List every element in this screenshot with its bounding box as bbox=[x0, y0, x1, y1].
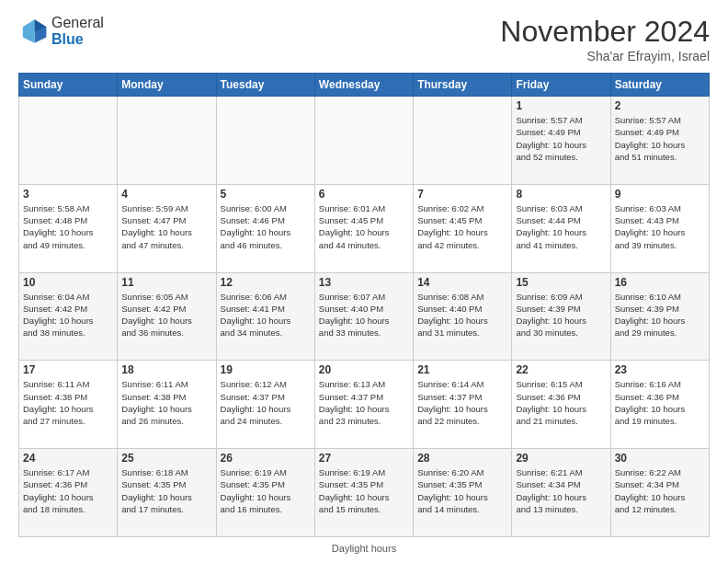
calendar-cell: 21Sunrise: 6:14 AM Sunset: 4:37 PM Dayli… bbox=[414, 361, 512, 449]
day-info: Sunrise: 6:17 AM Sunset: 4:36 PM Dayligh… bbox=[23, 466, 113, 515]
calendar-cell: 13Sunrise: 6:07 AM Sunset: 4:40 PM Dayli… bbox=[314, 272, 413, 361]
day-info: Sunrise: 6:11 AM Sunset: 4:38 PM Dayligh… bbox=[121, 378, 211, 427]
calendar-header-row: SundayMondayTuesdayWednesdayThursdayFrid… bbox=[19, 74, 710, 97]
page: General Blue November 2024 Sha'ar Efrayi… bbox=[0, 0, 728, 563]
day-number: 17 bbox=[23, 363, 113, 376]
calendar-header-sunday: Sunday bbox=[19, 74, 118, 97]
day-number: 5 bbox=[221, 188, 311, 201]
day-number: 23 bbox=[615, 363, 705, 376]
day-number: 19 bbox=[221, 363, 311, 376]
calendar-cell: 7Sunrise: 6:02 AM Sunset: 4:45 PM Daylig… bbox=[414, 184, 512, 272]
day-info: Sunrise: 6:08 AM Sunset: 4:40 PM Dayligh… bbox=[417, 291, 507, 339]
day-number: 18 bbox=[121, 363, 211, 376]
logo-general: General bbox=[51, 15, 104, 31]
logo-blue: Blue bbox=[51, 31, 104, 48]
day-number: 26 bbox=[221, 452, 311, 465]
day-info: Sunrise: 6:20 AM Sunset: 4:35 PM Dayligh… bbox=[417, 466, 507, 515]
day-number: 7 bbox=[417, 188, 507, 201]
day-number: 16 bbox=[615, 276, 705, 289]
calendar-cell: 3Sunrise: 5:58 AM Sunset: 4:48 PM Daylig… bbox=[19, 184, 118, 272]
day-info: Sunrise: 6:02 AM Sunset: 4:45 PM Dayligh… bbox=[417, 202, 507, 251]
day-info: Sunrise: 6:14 AM Sunset: 4:37 PM Dayligh… bbox=[417, 378, 507, 427]
calendar-cell bbox=[314, 97, 413, 185]
calendar-cell: 23Sunrise: 6:16 AM Sunset: 4:36 PM Dayli… bbox=[610, 361, 709, 449]
calendar-cell bbox=[414, 97, 512, 185]
day-info: Sunrise: 5:59 AM Sunset: 4:47 PM Dayligh… bbox=[121, 202, 211, 251]
calendar-week-3: 10Sunrise: 6:04 AM Sunset: 4:42 PM Dayli… bbox=[19, 272, 710, 361]
calendar-week-4: 17Sunrise: 6:11 AM Sunset: 4:38 PM Dayli… bbox=[19, 361, 710, 449]
day-info: Sunrise: 6:13 AM Sunset: 4:37 PM Dayligh… bbox=[319, 378, 409, 427]
calendar-cell: 27Sunrise: 6:19 AM Sunset: 4:35 PM Dayli… bbox=[314, 449, 413, 537]
day-number: 30 bbox=[615, 452, 705, 465]
day-number: 11 bbox=[121, 276, 211, 289]
day-info: Sunrise: 6:09 AM Sunset: 4:39 PM Dayligh… bbox=[516, 291, 606, 339]
day-number: 8 bbox=[516, 188, 606, 201]
title-section: November 2024 Sha'ar Efrayim, Israel bbox=[500, 15, 710, 63]
day-number: 2 bbox=[615, 99, 705, 112]
day-info: Sunrise: 6:04 AM Sunset: 4:42 PM Dayligh… bbox=[23, 291, 113, 339]
calendar-week-1: 1Sunrise: 5:57 AM Sunset: 4:49 PM Daylig… bbox=[19, 97, 710, 185]
day-info: Sunrise: 5:58 AM Sunset: 4:48 PM Dayligh… bbox=[23, 202, 113, 251]
calendar-week-2: 3Sunrise: 5:58 AM Sunset: 4:48 PM Daylig… bbox=[19, 184, 710, 272]
calendar-cell: 24Sunrise: 6:17 AM Sunset: 4:36 PM Dayli… bbox=[19, 449, 118, 537]
location-subtitle: Sha'ar Efrayim, Israel bbox=[500, 49, 710, 63]
day-number: 6 bbox=[319, 188, 409, 201]
day-number: 29 bbox=[516, 452, 606, 465]
day-number: 9 bbox=[615, 188, 705, 201]
logo-text: General Blue bbox=[51, 15, 104, 47]
day-number: 3 bbox=[23, 188, 113, 201]
calendar-cell: 30Sunrise: 6:22 AM Sunset: 4:34 PM Dayli… bbox=[610, 449, 709, 537]
header: General Blue November 2024 Sha'ar Efrayi… bbox=[18, 15, 710, 63]
calendar-cell bbox=[118, 97, 216, 185]
calendar-cell: 12Sunrise: 6:06 AM Sunset: 4:41 PM Dayli… bbox=[216, 272, 314, 361]
calendar-cell bbox=[19, 97, 118, 185]
logo: General Blue bbox=[18, 15, 104, 47]
day-number: 27 bbox=[319, 452, 409, 465]
day-info: Sunrise: 6:00 AM Sunset: 4:46 PM Dayligh… bbox=[221, 202, 311, 251]
calendar-cell: 14Sunrise: 6:08 AM Sunset: 4:40 PM Dayli… bbox=[414, 272, 512, 361]
calendar-cell: 26Sunrise: 6:19 AM Sunset: 4:35 PM Dayli… bbox=[216, 449, 314, 537]
day-info: Sunrise: 6:15 AM Sunset: 4:36 PM Dayligh… bbox=[516, 378, 606, 427]
day-number: 10 bbox=[23, 276, 113, 289]
calendar-cell: 2Sunrise: 5:57 AM Sunset: 4:49 PM Daylig… bbox=[610, 97, 709, 185]
calendar-cell: 18Sunrise: 6:11 AM Sunset: 4:38 PM Dayli… bbox=[118, 361, 216, 449]
calendar-cell: 20Sunrise: 6:13 AM Sunset: 4:37 PM Dayli… bbox=[314, 361, 413, 449]
day-number: 21 bbox=[417, 363, 507, 376]
day-info: Sunrise: 6:19 AM Sunset: 4:35 PM Dayligh… bbox=[221, 466, 311, 515]
day-number: 13 bbox=[319, 276, 409, 289]
day-number: 15 bbox=[516, 276, 606, 289]
calendar-cell: 8Sunrise: 6:03 AM Sunset: 4:44 PM Daylig… bbox=[512, 184, 610, 272]
calendar-table: SundayMondayTuesdayWednesdayThursdayFrid… bbox=[18, 73, 710, 537]
day-info: Sunrise: 6:12 AM Sunset: 4:37 PM Dayligh… bbox=[221, 378, 311, 427]
day-number: 4 bbox=[121, 188, 211, 201]
calendar-cell: 19Sunrise: 6:12 AM Sunset: 4:37 PM Dayli… bbox=[216, 361, 314, 449]
calendar-cell: 16Sunrise: 6:10 AM Sunset: 4:39 PM Dayli… bbox=[610, 272, 709, 361]
footer: Daylight hours bbox=[18, 543, 710, 554]
calendar-cell: 9Sunrise: 6:03 AM Sunset: 4:43 PM Daylig… bbox=[610, 184, 709, 272]
day-info: Sunrise: 6:03 AM Sunset: 4:43 PM Dayligh… bbox=[615, 202, 705, 251]
day-info: Sunrise: 6:19 AM Sunset: 4:35 PM Dayligh… bbox=[319, 466, 409, 515]
calendar-cell: 10Sunrise: 6:04 AM Sunset: 4:42 PM Dayli… bbox=[19, 272, 118, 361]
day-info: Sunrise: 6:10 AM Sunset: 4:39 PM Dayligh… bbox=[615, 291, 705, 339]
day-number: 22 bbox=[516, 363, 606, 376]
calendar-cell: 11Sunrise: 6:05 AM Sunset: 4:42 PM Dayli… bbox=[118, 272, 216, 361]
day-info: Sunrise: 6:06 AM Sunset: 4:41 PM Dayligh… bbox=[221, 291, 311, 339]
calendar-header-friday: Friday bbox=[512, 74, 610, 97]
calendar-week-5: 24Sunrise: 6:17 AM Sunset: 4:36 PM Dayli… bbox=[19, 449, 710, 537]
day-info: Sunrise: 6:03 AM Sunset: 4:44 PM Dayligh… bbox=[516, 202, 606, 251]
day-info: Sunrise: 6:01 AM Sunset: 4:45 PM Dayligh… bbox=[319, 202, 409, 251]
calendar-cell: 15Sunrise: 6:09 AM Sunset: 4:39 PM Dayli… bbox=[512, 272, 610, 361]
day-info: Sunrise: 6:21 AM Sunset: 4:34 PM Dayligh… bbox=[516, 466, 606, 515]
day-info: Sunrise: 6:07 AM Sunset: 4:40 PM Dayligh… bbox=[319, 291, 409, 339]
footer-text: Daylight hours bbox=[332, 543, 396, 554]
day-info: Sunrise: 6:16 AM Sunset: 4:36 PM Dayligh… bbox=[615, 378, 705, 427]
day-number: 24 bbox=[23, 452, 113, 465]
calendar-cell: 29Sunrise: 6:21 AM Sunset: 4:34 PM Dayli… bbox=[512, 449, 610, 537]
day-number: 1 bbox=[516, 99, 606, 112]
day-info: Sunrise: 6:11 AM Sunset: 4:38 PM Dayligh… bbox=[23, 378, 113, 427]
calendar-header-monday: Monday bbox=[118, 74, 216, 97]
calendar-cell: 1Sunrise: 5:57 AM Sunset: 4:49 PM Daylig… bbox=[512, 97, 610, 185]
month-title: November 2024 bbox=[500, 15, 710, 49]
day-number: 14 bbox=[417, 276, 507, 289]
calendar-cell bbox=[216, 97, 314, 185]
